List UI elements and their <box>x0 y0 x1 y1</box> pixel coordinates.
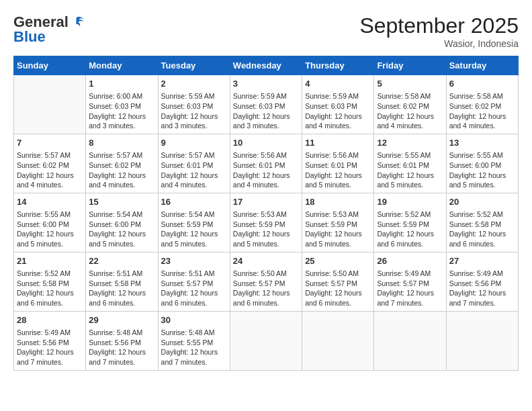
cell-info: Sunrise: 5:53 AM Sunset: 5:59 PM Dayligh… <box>305 210 371 249</box>
calendar-cell: 7Sunrise: 5:57 AM Sunset: 6:02 PM Daylig… <box>14 134 86 193</box>
cell-info: Sunrise: 5:55 AM Sunset: 6:00 PM Dayligh… <box>17 210 83 249</box>
calendar-week-row: 28Sunrise: 5:49 AM Sunset: 5:56 PM Dayli… <box>14 311 519 370</box>
calendar-week-row: 7Sunrise: 5:57 AM Sunset: 6:02 PM Daylig… <box>14 134 519 193</box>
day-number: 17 <box>233 196 299 208</box>
weekday-header-sunday: Sunday <box>14 56 86 75</box>
day-number: 30 <box>161 314 227 326</box>
calendar-cell: 26Sunrise: 5:49 AM Sunset: 5:57 PM Dayli… <box>374 252 446 311</box>
cell-info: Sunrise: 5:57 AM Sunset: 6:02 PM Dayligh… <box>89 150 154 190</box>
cell-info: Sunrise: 5:48 AM Sunset: 5:56 PM Dayligh… <box>89 328 154 367</box>
cell-info: Sunrise: 5:48 AM Sunset: 5:55 PM Dayligh… <box>161 328 227 367</box>
calendar-cell: 25Sunrise: 5:50 AM Sunset: 5:57 PM Dayli… <box>302 252 374 311</box>
calendar-week-row: 14Sunrise: 5:55 AM Sunset: 6:00 PM Dayli… <box>14 193 519 252</box>
cell-info: Sunrise: 5:53 AM Sunset: 5:59 PM Dayligh… <box>233 210 299 249</box>
calendar-cell: 15Sunrise: 5:54 AM Sunset: 6:00 PM Dayli… <box>86 193 158 252</box>
day-number: 2 <box>161 78 227 90</box>
day-number: 8 <box>89 137 154 149</box>
day-number: 4 <box>305 78 371 90</box>
calendar-cell: 10Sunrise: 5:56 AM Sunset: 6:01 PM Dayli… <box>230 134 302 193</box>
calendar-cell: 20Sunrise: 5:52 AM Sunset: 5:58 PM Dayli… <box>446 193 518 252</box>
calendar-cell: 18Sunrise: 5:53 AM Sunset: 5:59 PM Dayli… <box>302 193 374 252</box>
weekday-header-thursday: Thursday <box>302 56 374 75</box>
cell-info: Sunrise: 5:49 AM Sunset: 5:56 PM Dayligh… <box>449 269 515 308</box>
calendar-cell: 4Sunrise: 5:59 AM Sunset: 6:03 PM Daylig… <box>302 75 374 134</box>
calendar-cell: 5Sunrise: 5:58 AM Sunset: 6:02 PM Daylig… <box>374 75 446 134</box>
location: Wasior, Indonesia <box>359 38 519 49</box>
day-number: 10 <box>233 137 299 149</box>
calendar-cell <box>446 311 518 370</box>
day-number: 27 <box>449 255 515 267</box>
calendar-cell: 11Sunrise: 5:56 AM Sunset: 6:01 PM Dayli… <box>302 134 374 193</box>
calendar-cell <box>302 311 374 370</box>
cell-info: Sunrise: 5:49 AM Sunset: 5:57 PM Dayligh… <box>377 269 443 308</box>
calendar-cell: 30Sunrise: 5:48 AM Sunset: 5:55 PM Dayli… <box>158 311 230 370</box>
cell-info: Sunrise: 5:52 AM Sunset: 5:59 PM Dayligh… <box>377 210 443 249</box>
cell-info: Sunrise: 5:55 AM Sunset: 6:00 PM Dayligh… <box>449 150 515 190</box>
logo-blue: Blue <box>13 28 46 46</box>
logo-bird-icon <box>70 15 85 30</box>
weekday-header-friday: Friday <box>374 56 446 75</box>
cell-info: Sunrise: 5:55 AM Sunset: 6:01 PM Dayligh… <box>377 150 443 190</box>
day-number: 6 <box>449 78 515 90</box>
calendar-cell: 1Sunrise: 6:00 AM Sunset: 6:03 PM Daylig… <box>86 75 158 134</box>
weekday-header-saturday: Saturday <box>446 56 518 75</box>
cell-info: Sunrise: 5:52 AM Sunset: 5:58 PM Dayligh… <box>449 210 515 249</box>
calendar-cell: 28Sunrise: 5:49 AM Sunset: 5:56 PM Dayli… <box>14 311 86 370</box>
day-number: 7 <box>17 137 83 149</box>
cell-info: Sunrise: 5:59 AM Sunset: 6:03 PM Dayligh… <box>161 91 227 131</box>
calendar-cell: 22Sunrise: 5:51 AM Sunset: 5:58 PM Dayli… <box>86 252 158 311</box>
calendar-cell <box>230 311 302 370</box>
day-number: 18 <box>305 196 371 208</box>
calendar-cell: 19Sunrise: 5:52 AM Sunset: 5:59 PM Dayli… <box>374 193 446 252</box>
calendar-cell: 16Sunrise: 5:54 AM Sunset: 5:59 PM Dayli… <box>158 193 230 252</box>
cell-info: Sunrise: 5:50 AM Sunset: 5:57 PM Dayligh… <box>233 269 299 308</box>
day-number: 21 <box>17 255 83 267</box>
day-number: 13 <box>449 137 515 149</box>
weekday-header-tuesday: Tuesday <box>158 56 230 75</box>
day-number: 20 <box>449 196 515 208</box>
calendar-header-row: SundayMondayTuesdayWednesdayThursdayFrid… <box>14 56 519 75</box>
calendar-cell: 2Sunrise: 5:59 AM Sunset: 6:03 PM Daylig… <box>158 75 230 134</box>
day-number: 28 <box>17 314 83 326</box>
calendar-cell: 29Sunrise: 5:48 AM Sunset: 5:56 PM Dayli… <box>86 311 158 370</box>
day-number: 16 <box>161 196 227 208</box>
cell-info: Sunrise: 5:51 AM Sunset: 5:57 PM Dayligh… <box>161 269 227 308</box>
day-number: 19 <box>377 196 443 208</box>
day-number: 24 <box>233 255 299 267</box>
cell-info: Sunrise: 5:54 AM Sunset: 6:00 PM Dayligh… <box>89 210 154 249</box>
cell-info: Sunrise: 5:51 AM Sunset: 5:58 PM Dayligh… <box>89 269 154 308</box>
cell-info: Sunrise: 5:57 AM Sunset: 6:01 PM Dayligh… <box>161 150 227 190</box>
calendar-cell: 13Sunrise: 5:55 AM Sunset: 6:00 PM Dayli… <box>446 134 518 193</box>
calendar-cell: 12Sunrise: 5:55 AM Sunset: 6:01 PM Dayli… <box>374 134 446 193</box>
page-header: General Blue September 2025 Wasior, Indo… <box>13 13 519 49</box>
calendar-cell: 14Sunrise: 5:55 AM Sunset: 6:00 PM Dayli… <box>14 193 86 252</box>
day-number: 15 <box>89 196 154 208</box>
cell-info: Sunrise: 5:58 AM Sunset: 6:02 PM Dayligh… <box>449 91 515 131</box>
calendar-cell: 23Sunrise: 5:51 AM Sunset: 5:57 PM Dayli… <box>158 252 230 311</box>
calendar-cell: 24Sunrise: 5:50 AM Sunset: 5:57 PM Dayli… <box>230 252 302 311</box>
cell-info: Sunrise: 5:56 AM Sunset: 6:01 PM Dayligh… <box>233 150 299 190</box>
day-number: 29 <box>89 314 154 326</box>
calendar-cell: 3Sunrise: 5:59 AM Sunset: 6:03 PM Daylig… <box>230 75 302 134</box>
cell-info: Sunrise: 5:56 AM Sunset: 6:01 PM Dayligh… <box>305 150 371 190</box>
weekday-header-wednesday: Wednesday <box>230 56 302 75</box>
cell-info: Sunrise: 6:00 AM Sunset: 6:03 PM Dayligh… <box>89 91 154 131</box>
calendar-cell <box>374 311 446 370</box>
calendar-cell <box>14 75 86 134</box>
cell-info: Sunrise: 5:59 AM Sunset: 6:03 PM Dayligh… <box>233 91 299 131</box>
day-number: 5 <box>377 78 443 90</box>
day-number: 25 <box>305 255 371 267</box>
cell-info: Sunrise: 5:57 AM Sunset: 6:02 PM Dayligh… <box>17 150 83 190</box>
calendar-cell: 27Sunrise: 5:49 AM Sunset: 5:56 PM Dayli… <box>446 252 518 311</box>
calendar-week-row: 21Sunrise: 5:52 AM Sunset: 5:58 PM Dayli… <box>14 252 519 311</box>
month-title: September 2025 <box>359 13 519 38</box>
calendar-table: SundayMondayTuesdayWednesdayThursdayFrid… <box>13 56 519 371</box>
cell-info: Sunrise: 5:50 AM Sunset: 5:57 PM Dayligh… <box>305 269 371 308</box>
day-number: 14 <box>17 196 83 208</box>
day-number: 23 <box>161 255 227 267</box>
day-number: 11 <box>305 137 371 149</box>
logo: General Blue <box>13 13 85 46</box>
cell-info: Sunrise: 5:59 AM Sunset: 6:03 PM Dayligh… <box>305 91 371 131</box>
cell-info: Sunrise: 5:52 AM Sunset: 5:58 PM Dayligh… <box>17 269 83 308</box>
weekday-header-monday: Monday <box>86 56 158 75</box>
